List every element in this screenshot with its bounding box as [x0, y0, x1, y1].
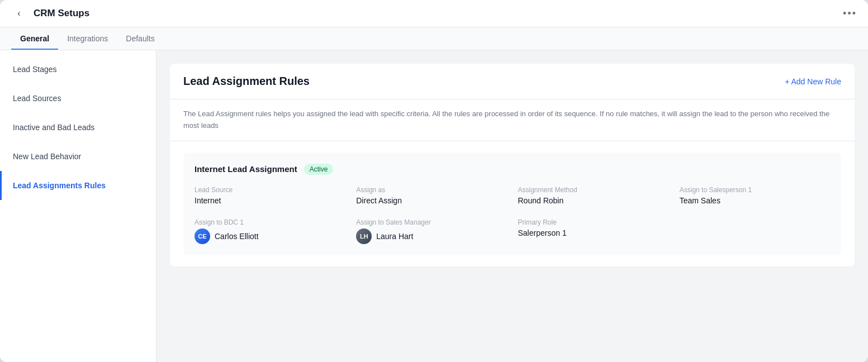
rule-name: Internet Lead Assignment	[195, 164, 297, 174]
field-value: Round Robin	[518, 196, 668, 205]
sidebar-item-lead-assignments-rules[interactable]: Lead Assignments Rules	[0, 171, 156, 200]
field-label: Assign to BDC 1	[195, 218, 345, 226]
sidebar: Lead Stages Lead Sources Inactive and Ba…	[0, 50, 156, 362]
field-primary-role: Primary Role Salerperson 1	[518, 218, 668, 244]
field-sales-manager: Assign to Sales Manager LH Laura Hart	[356, 218, 506, 244]
back-button[interactable]: ‹	[11, 6, 27, 21]
tab-defaults[interactable]: Defaults	[117, 27, 163, 50]
field-bdc1: Assign to BDC 1 CE Carlos Elliott	[195, 218, 345, 244]
rule-card-header: Internet Lead Assignment Active	[195, 164, 830, 175]
sidebar-item-lead-sources[interactable]: Lead Sources	[0, 84, 156, 113]
tab-integrations[interactable]: Integrations	[58, 27, 117, 50]
person-name: Carlos Elliott	[215, 232, 259, 241]
field-empty	[680, 218, 830, 244]
person-name: Laura Hart	[376, 232, 413, 241]
lead-assignment-panel: Lead Assignment Rules + Add New Rule The…	[170, 64, 855, 266]
field-label: Assignment Method	[518, 186, 668, 194]
field-salesperson1: Assign to Salesperson 1 Team Sales	[680, 186, 830, 205]
app-window: ‹ CRM Setups ••• General Integrations De…	[0, 0, 868, 362]
status-badge: Active	[304, 164, 334, 175]
title-bar: ‹ CRM Setups •••	[0, 0, 868, 27]
field-value: Internet	[195, 196, 345, 205]
avatar-carlos: CE	[195, 228, 210, 244]
panel-title: Lead Assignment Rules	[183, 75, 310, 88]
avatar-laura: LH	[356, 228, 372, 244]
field-label: Primary Role	[518, 218, 668, 226]
description-text: The Lead Assignment rules helps you assi…	[170, 99, 855, 141]
sidebar-item-lead-stages[interactable]: Lead Stages	[0, 55, 156, 84]
main-content: Lead Assignment Rules + Add New Rule The…	[156, 50, 868, 362]
app-title: CRM Setups	[34, 8, 89, 19]
rule-fields-row2: Assign to BDC 1 CE Carlos Elliott Assign…	[195, 218, 830, 244]
tabs-bar: General Integrations Defaults	[0, 27, 868, 50]
person-row-laura: LH Laura Hart	[356, 228, 506, 244]
panel-header: Lead Assignment Rules + Add New Rule	[170, 64, 855, 99]
field-value: Team Sales	[680, 196, 830, 205]
field-label: Assign to Salesperson 1	[680, 186, 830, 194]
field-assignment-method: Assignment Method Round Robin	[518, 186, 668, 205]
field-assign-as: Assign as Direct Assign	[356, 186, 506, 205]
add-new-rule-button[interactable]: + Add New Rule	[785, 77, 841, 86]
rule-card: Internet Lead Assignment Active Lead Sou…	[183, 153, 841, 255]
field-label: Assign as	[356, 186, 506, 194]
field-lead-source: Lead Source Internet	[195, 186, 345, 205]
more-menu-button[interactable]: •••	[843, 8, 857, 20]
sidebar-item-new-lead-behavior[interactable]: New Lead Behavior	[0, 142, 156, 171]
person-row-carlos: CE Carlos Elliott	[195, 228, 345, 244]
sidebar-item-inactive-bad-leads[interactable]: Inactive and Bad Leads	[0, 113, 156, 142]
title-bar-left: ‹ CRM Setups	[11, 6, 89, 21]
field-value: Salerperson 1	[518, 228, 668, 237]
rule-fields-row1: Lead Source Internet Assign as Direct As…	[195, 186, 830, 205]
field-label: Assign to Sales Manager	[356, 218, 506, 226]
content-area: Lead Stages Lead Sources Inactive and Ba…	[0, 50, 868, 362]
field-value: Direct Assign	[356, 196, 506, 205]
field-label: Lead Source	[195, 186, 345, 194]
tab-general[interactable]: General	[11, 27, 58, 50]
